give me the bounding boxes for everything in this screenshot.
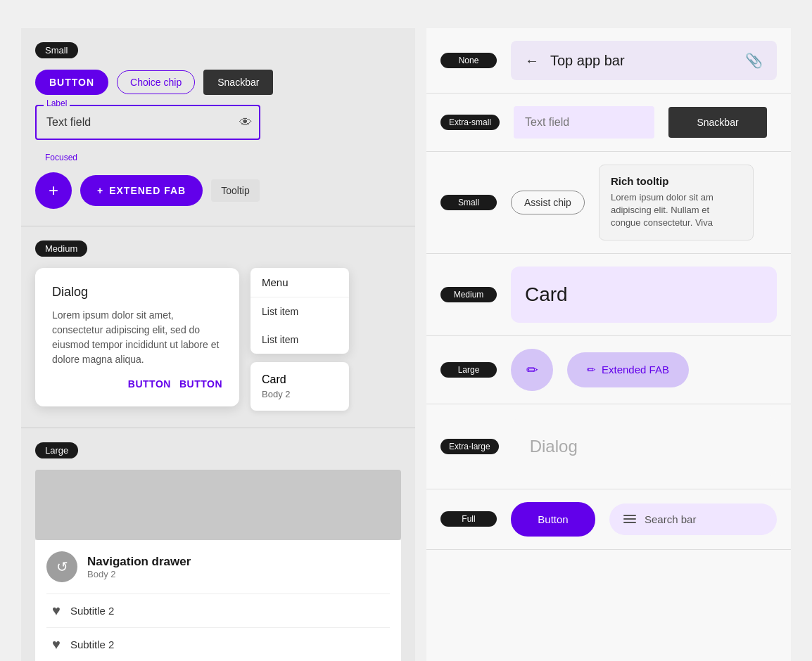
eye-icon[interactable]: 👁 xyxy=(239,115,252,130)
menu-item-1[interactable]: List item xyxy=(250,297,349,326)
medium-card-title: Card xyxy=(525,283,763,306)
heart-icon-1: ♥ xyxy=(52,603,61,619)
nav-item-2[interactable]: ♥ Subtitle 2 xyxy=(46,627,390,661)
nav-drawer-header: ↺ Navigation drawer Body 2 xyxy=(46,551,390,582)
medium-right-badge: Medium xyxy=(440,287,497,302)
card-item: Card Body 2 xyxy=(250,362,349,411)
tooltip: Tooltip xyxy=(211,179,259,202)
search-bar-label: Search bar xyxy=(645,513,696,525)
nav-drawer-text: Navigation drawer Body 2 xyxy=(87,555,191,579)
right-panel: None ← Top app bar 📎 Extra-small Snackba… xyxy=(426,28,791,661)
top-app-bar: ← Top app bar 📎 xyxy=(511,41,777,80)
fab-large-round[interactable]: ✏ xyxy=(511,349,553,391)
menu-header: Menu xyxy=(250,268,349,297)
right-row-medium: Medium Card xyxy=(426,254,791,336)
large-badge: Large xyxy=(35,442,78,458)
pencil-icon-2: ✏ xyxy=(587,364,596,376)
search-line-1 xyxy=(623,515,636,516)
row-chips: BUTTON Choice chip Snackbar xyxy=(35,70,401,95)
text-field-input[interactable] xyxy=(35,105,260,140)
heart-icon-2: ♥ xyxy=(52,636,61,653)
extended-fab-label: Extended FAB xyxy=(602,364,669,376)
menu-card: Menu List item List item xyxy=(250,268,349,354)
nav-drawer: ↺ Navigation drawer Body 2 ♥ Subtitle 2 … xyxy=(35,540,401,661)
text-field-label: Label xyxy=(44,98,70,108)
nav-drawer-title: Navigation drawer xyxy=(87,555,191,569)
text-field-container: Label 👁 xyxy=(35,105,260,140)
row-textfield: Label 👁 xyxy=(35,105,401,140)
image-placeholder xyxy=(35,470,401,540)
dialog-xl: Dialog xyxy=(513,417,777,476)
avatar-icon: ↺ xyxy=(56,558,68,575)
dialog-title: Dialog xyxy=(52,285,222,300)
nav-item-label-1: Subtitle 2 xyxy=(70,605,115,617)
right-row-none: None ← Top app bar 📎 xyxy=(426,28,791,94)
search-line-2 xyxy=(623,518,636,520)
section-large: Large ↺ Navigation drawer Body 2 ♥ Subti… xyxy=(21,428,415,661)
pencil-icon-1: ✏ xyxy=(526,361,538,378)
row-focused-label: Focused xyxy=(35,150,401,162)
section-small: Small BUTTON Choice chip Snackbar Label … xyxy=(21,28,415,226)
right-row-extra-large: Extra-large Dialog xyxy=(426,404,791,489)
search-line-3 xyxy=(623,522,636,523)
dialog-card: Dialog Lorem ipsum dolor sit amet, conse… xyxy=(35,268,239,406)
medium-badge: Medium xyxy=(35,240,87,257)
nav-avatar: ↺ xyxy=(46,551,77,582)
nav-drawer-subtitle: Body 2 xyxy=(87,569,191,579)
fab-round[interactable]: + xyxy=(35,172,72,209)
card-item-body: Body 2 xyxy=(262,389,338,399)
small-right-badge: Small xyxy=(440,195,497,210)
attachment-icon[interactable]: 📎 xyxy=(745,52,763,69)
focused-label: Focused xyxy=(45,153,77,162)
medium-card: Card xyxy=(511,267,777,323)
row-fabs: + + EXTENED FAB Tooltip xyxy=(35,172,401,209)
section-medium: Medium Dialog Lorem ipsum dolor sit amet… xyxy=(21,226,415,428)
plus-icon: + xyxy=(49,181,58,200)
search-bar[interactable]: Search bar xyxy=(609,503,777,535)
nav-item-label-2: Subtitle 2 xyxy=(70,638,115,650)
extra-small-text-field[interactable] xyxy=(514,106,654,139)
back-arrow-icon[interactable]: ← xyxy=(525,53,539,69)
left-panel: Small BUTTON Choice chip Snackbar Label … xyxy=(21,28,415,661)
top-app-bar-title: Top app bar xyxy=(550,53,734,69)
snackbar: Snackbar xyxy=(203,70,273,95)
large-right-badge: Large xyxy=(440,362,497,378)
extra-small-snackbar: Snackbar xyxy=(668,107,767,138)
rich-tooltip-title: Rich tooltip xyxy=(611,175,742,187)
filled-button[interactable]: BUTTON xyxy=(35,70,108,95)
dialog-actions: BUTTON BUTTON xyxy=(52,378,222,390)
right-row-full: Full Button Search bar xyxy=(426,489,791,550)
rich-tooltip-body: Lorem ipsum dolor sit am adipiscing elit… xyxy=(611,191,742,230)
right-row-large: Large ✏ ✏ Extended FAB xyxy=(426,336,791,404)
fab-large-extended[interactable]: ✏ Extended FAB xyxy=(567,352,689,387)
rich-tooltip: Rich tooltip Lorem ipsum dolor sit am ad… xyxy=(599,165,754,240)
assist-chip[interactable]: Assist chip xyxy=(511,191,585,214)
choice-chip[interactable]: Choice chip xyxy=(117,70,195,94)
full-badge: Full xyxy=(440,511,497,527)
dialog-xl-title: Dialog xyxy=(530,437,760,456)
extra-large-badge: Extra-large xyxy=(440,439,499,454)
right-row-extra-small: Extra-small Snackbar xyxy=(426,94,791,152)
right-row-small: Small Assist chip Rich tooltip Lorem ips… xyxy=(426,152,791,254)
extra-small-badge: Extra-small xyxy=(440,115,500,130)
none-badge: None xyxy=(440,53,497,68)
full-button[interactable]: Button xyxy=(511,502,595,537)
dialog-body: Lorem ipsum dolor sit amet, consectetur … xyxy=(52,308,222,367)
dialog-btn1[interactable]: BUTTON xyxy=(128,378,171,390)
card-item-title: Card xyxy=(262,373,338,386)
dialog-btn2[interactable]: BUTTON xyxy=(179,378,222,390)
fab-plus-icon: + xyxy=(97,185,103,196)
small-badge: Small xyxy=(35,42,78,58)
hamburger-icon xyxy=(623,515,636,523)
fab-extended-label: EXTENED FAB xyxy=(109,185,186,196)
menu-item-2[interactable]: List item xyxy=(250,326,349,354)
fab-extended[interactable]: + EXTENED FAB xyxy=(80,175,203,206)
nav-item-1[interactable]: ♥ Subtitle 2 xyxy=(46,593,390,627)
